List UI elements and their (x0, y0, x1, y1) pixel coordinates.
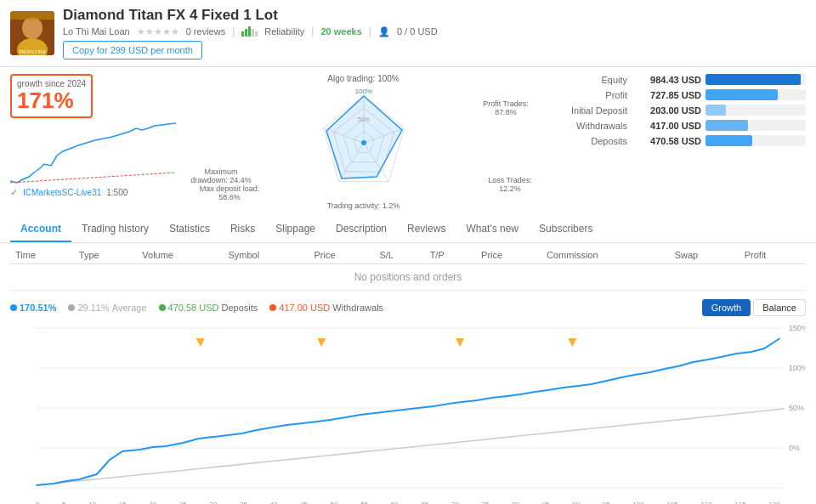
growth-dot-icon (10, 304, 17, 311)
table-section: TimeTypeVolumeSymbolPriceS/LT/PPriceComm… (0, 243, 816, 294)
stars-icon: ★★★★★ (137, 26, 179, 37)
stat-bar (706, 135, 752, 146)
broker-name: ICMarketsSC-Live31 (23, 188, 101, 197)
stat-bar (706, 120, 748, 131)
tab-description[interactable]: Description (326, 217, 397, 242)
svg-marker-28 (196, 338, 205, 347)
stat-bar (706, 89, 778, 100)
max-deposit-load-label: Max deposit load: 58.6% (191, 184, 268, 201)
svg-point-1 (22, 17, 42, 39)
tab-slippage[interactable]: Slippage (265, 217, 326, 242)
growth-stat-value: 170.51% (20, 303, 56, 313)
broker-info: ✓ ICMarketsSC-Live31 1:500 (10, 187, 176, 198)
mini-chart (10, 122, 176, 185)
table-header: Type (74, 246, 137, 264)
algo-label: Algo trading: 100% (327, 74, 400, 83)
header-info: Diamond Titan FX 4 Fixed 1 Lot Lo Thi Ma… (63, 7, 438, 59)
deposits-stat-label: Deposits (221, 303, 258, 313)
chart-stat-growth: 170.51% (10, 303, 56, 313)
stat-row: Deposits 470.58 USD (551, 135, 806, 146)
copy-button[interactable]: Copy for 299 USD per month (63, 41, 202, 59)
weeks-badge: 20 weeks (320, 26, 361, 37)
svg-marker-31 (568, 338, 576, 347)
tab-reviews[interactable]: Reviews (397, 217, 456, 242)
svg-line-27 (37, 409, 785, 485)
trading-activity-label: Trading activity: 1.2% (327, 201, 400, 210)
profit-trades-label: Profit Trades: 87.8% (472, 99, 540, 116)
withdrawals-stat-label: Withdrawals (332, 303, 383, 313)
tab-risks[interactable]: Risks (220, 217, 265, 242)
balance-chart-button[interactable]: Balance (753, 299, 806, 316)
chart-stat-avg: 29.11% Average (68, 303, 146, 313)
growth-box: growth since 2024 171% ✓ ICMarketsSC-Liv… (10, 74, 176, 198)
svg-text:100%: 100% (354, 88, 371, 95)
stats-section: Equity 984.43 USD Profit 727.85 USD Init… (551, 74, 806, 150)
avatar: PROPS FIRM (10, 11, 54, 55)
table-header: Symbol (223, 246, 309, 264)
stat-row: Equity 984.43 USD (551, 74, 806, 85)
avg-stat-value: 29.11% (77, 303, 109, 313)
divider3: | (369, 25, 371, 37)
svg-rect-3 (10, 11, 54, 20)
chart-area: 170.51% 29.11% Average 470.58 USD Deposi… (0, 294, 816, 504)
stat-bar (706, 105, 726, 116)
reliability-bars-icon (241, 26, 258, 37)
leverage-text: 1:500 (106, 188, 128, 197)
growth-chart-button[interactable]: Growth (702, 299, 751, 316)
reliability-label: Reliability (264, 26, 304, 37)
divider2: | (311, 25, 314, 37)
svg-marker-14 (326, 96, 402, 178)
stat-bar-container (706, 135, 806, 146)
checkmark-icon: ✓ (10, 187, 18, 198)
table-header: S/L (374, 246, 424, 264)
stat-row: Profit 727.85 USD (551, 89, 806, 100)
stat-label: Withdrawals (551, 121, 627, 131)
avg-dot-icon (68, 304, 75, 311)
stat-value: 203.00 USD (632, 105, 701, 116)
svg-text:150%: 150% (789, 324, 806, 332)
stat-row: Initial Deposit 203.00 USD (551, 105, 806, 116)
no-data-message: No positions and orders (10, 264, 806, 291)
tab-account[interactable]: Account (10, 217, 71, 242)
table-header: Price (476, 246, 541, 264)
stat-value: 417.00 USD (632, 121, 701, 131)
positions-table: TimeTypeVolumeSymbolPriceS/LT/PPriceComm… (10, 246, 806, 291)
max-drawdown-label: Maximum drawdown: 24.4% (187, 167, 255, 184)
tab-trading-history[interactable]: Trading history (71, 217, 159, 242)
header: PROPS FIRM Diamond Titan FX 4 Fixed 1 Lo… (0, 0, 816, 67)
chart-stat-deposits: 470.58 USD Deposits (159, 303, 258, 313)
deposits-stat-value: 470.58 USD (168, 303, 219, 313)
svg-marker-30 (456, 338, 464, 347)
tabs-bar: AccountTrading historyStatisticsRisksSli… (0, 217, 816, 243)
svg-marker-29 (317, 338, 326, 347)
stat-row: Withdrawals 417.00 USD (551, 120, 806, 131)
svg-text:100%: 100% (789, 364, 806, 372)
author-name: Lo Thi Mai Loan (63, 26, 130, 37)
radar-section: Algo trading: 100% 100% 50% Maximum draw… (183, 74, 544, 210)
stat-value: 470.58 USD (632, 136, 701, 146)
stat-bar (706, 74, 801, 85)
chart-container: 150% 100% 50% 0% 0 5 10 15 20 25 (10, 320, 806, 504)
page-title: Diamond Titan FX 4 Fixed 1 Lot (63, 7, 438, 24)
loss-trades-label: Loss Trades: 12.2% (480, 176, 540, 193)
svg-text:PROPS FIRM: PROPS FIRM (19, 49, 45, 54)
tab-subscribers[interactable]: Subscribers (529, 217, 603, 242)
stat-value: 727.85 USD (632, 90, 701, 100)
avg-label: Average (112, 303, 147, 313)
stat-label: Deposits (551, 136, 627, 146)
x-axis-labels: 0 5 10 15 20 25 30 35 40 45 50 55 60 65 … (36, 501, 780, 504)
table-header: Time (10, 246, 74, 264)
balance-text: 0 / 0 USD (397, 26, 438, 37)
table-header: Volume (137, 246, 223, 264)
reviews-text: 0 reviews (186, 26, 225, 37)
svg-text:0%: 0% (789, 444, 800, 452)
table-header: Commission (541, 246, 670, 264)
chart-stat-withdrawals: 417.00 USD Withdrawals (269, 303, 383, 313)
stat-bar-container (706, 74, 806, 85)
stat-label: Profit (551, 90, 627, 100)
tab-what's-new[interactable]: What's new (456, 217, 529, 242)
stat-label: Initial Deposit (551, 105, 627, 116)
tab-statistics[interactable]: Statistics (159, 217, 220, 242)
growth-value: 171% (17, 88, 86, 113)
withdrawals-dot-icon (269, 304, 276, 311)
